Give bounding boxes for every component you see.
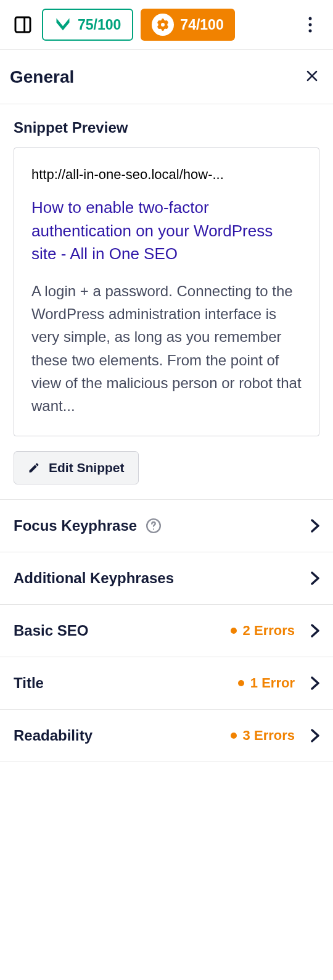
svg-point-8 — [153, 529, 154, 530]
accordion: Focus Keyphrase Additional Keyphrases Ba… — [0, 499, 333, 762]
snippet-title: How to enable two-factor authentication … — [31, 196, 302, 266]
error-badge: 1 Error — [238, 675, 295, 691]
accordion-label: Title — [14, 675, 44, 692]
snippet-url: http://all-in-one-seo.local/how-... — [31, 167, 302, 183]
snippet-preview-heading: Snippet Preview — [14, 119, 319, 136]
panel-body: Snippet Preview http://all-in-one-seo.lo… — [0, 104, 333, 499]
chevron-right-icon — [311, 729, 319, 742]
readability-score-value: 74/100 — [180, 17, 223, 33]
gear-circle — [152, 14, 174, 36]
seo-score-value: 75/100 — [78, 17, 121, 33]
help-icon[interactable] — [146, 518, 162, 534]
error-badge: 3 Errors — [231, 728, 295, 744]
accordion-right — [311, 571, 319, 585]
accordion-right — [311, 519, 319, 533]
accordion-right: 3 Errors — [231, 728, 319, 744]
accordion-label: Readability — [14, 727, 92, 744]
accordion-right: 1 Error — [238, 675, 319, 691]
gear-icon — [155, 17, 170, 32]
error-count: 3 Errors — [243, 728, 295, 744]
error-count: 2 Errors — [243, 623, 295, 639]
sidebar-toggle-button[interactable] — [11, 13, 35, 36]
edit-snippet-button[interactable]: Edit Snippet — [14, 451, 139, 484]
error-dot-icon — [231, 733, 237, 739]
section-title: General — [10, 67, 74, 87]
svg-point-4 — [309, 30, 312, 33]
snippet-description: A login + a password. Connecting to the … — [31, 280, 302, 417]
accordion-item-focus-keyphrase[interactable]: Focus Keyphrase — [0, 500, 333, 552]
accordion-item-basic-seo[interactable]: Basic SEO 2 Errors — [0, 605, 333, 657]
accordion-item-additional-keyphrases[interactable]: Additional Keyphrases — [0, 552, 333, 605]
more-options-button[interactable] — [298, 13, 322, 36]
accordion-left: Basic SEO — [14, 622, 88, 639]
topbar: 75/100 74/100 — [0, 0, 333, 50]
kebab-icon — [308, 17, 312, 33]
readability-score-badge[interactable]: 74/100 — [141, 9, 234, 41]
accordion-label: Focus Keyphrase — [14, 517, 137, 534]
svg-point-3 — [309, 23, 312, 27]
chevron-right-icon — [311, 571, 319, 585]
accordion-left: Additional Keyphrases — [14, 570, 174, 587]
close-icon — [305, 69, 319, 83]
accordion-left: Focus Keyphrase — [14, 517, 162, 534]
error-dot-icon — [238, 680, 244, 686]
error-count: 1 Error — [250, 675, 295, 691]
panel-icon — [13, 15, 33, 35]
accordion-left: Title — [14, 675, 44, 692]
accordion-right: 2 Errors — [231, 623, 319, 639]
accordion-item-title[interactable]: Title 1 Error — [0, 657, 333, 710]
section-header: General — [0, 50, 333, 104]
chevron-right-icon — [311, 624, 319, 637]
pencil-icon — [28, 462, 40, 474]
chevron-right-icon — [311, 519, 319, 533]
chevron-right-icon — [311, 676, 319, 690]
svg-point-2 — [309, 17, 312, 20]
snippet-preview-box: http://all-in-one-seo.local/how-... How … — [14, 147, 319, 436]
seo-logo-icon — [54, 16, 72, 33]
close-panel-button[interactable] — [301, 65, 323, 89]
accordion-item-readability[interactable]: Readability 3 Errors — [0, 710, 333, 762]
svg-rect-0 — [15, 17, 30, 32]
error-dot-icon — [231, 628, 237, 634]
accordion-left: Readability — [14, 727, 92, 744]
edit-snippet-label: Edit Snippet — [49, 460, 125, 475]
accordion-label: Additional Keyphrases — [14, 570, 174, 587]
accordion-label: Basic SEO — [14, 622, 88, 639]
error-badge: 2 Errors — [231, 623, 295, 639]
seo-score-badge[interactable]: 75/100 — [42, 9, 133, 41]
